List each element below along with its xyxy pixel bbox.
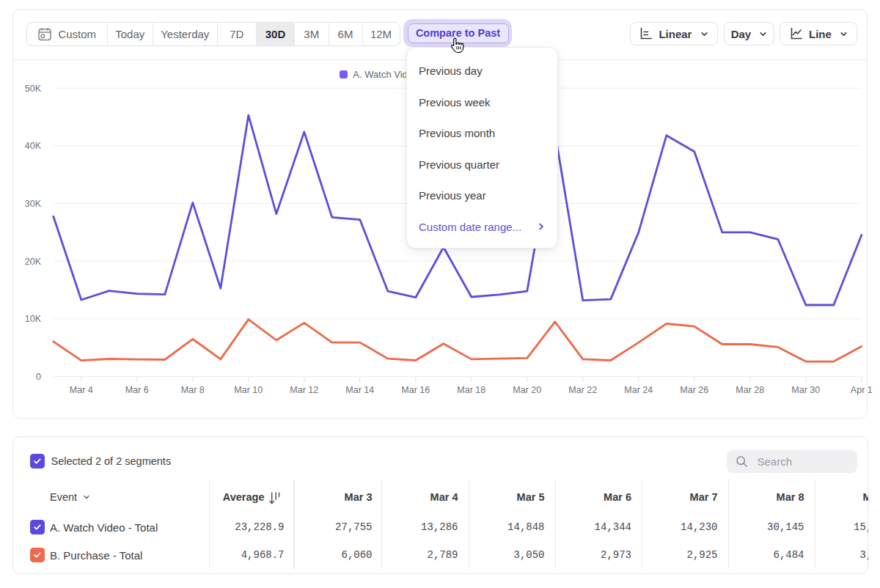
svg-text:Mar 8: Mar 8	[181, 385, 205, 395]
svg-text:Mar 12: Mar 12	[290, 385, 318, 395]
svg-text:Mar 10: Mar 10	[234, 385, 263, 395]
svg-text:10K: 10K	[25, 314, 42, 324]
svg-text:Mar 30: Mar 30	[791, 385, 820, 395]
svg-text:20K: 20K	[25, 257, 42, 267]
svg-text:Mar 6: Mar 6	[125, 385, 149, 395]
svg-text:Mar 24: Mar 24	[624, 385, 653, 395]
svg-text:Mar 26: Mar 26	[680, 385, 708, 395]
svg-text:Mar 22: Mar 22	[568, 385, 597, 395]
svg-text:Mar 28: Mar 28	[736, 385, 764, 395]
svg-text:Mar 18: Mar 18	[457, 385, 485, 395]
svg-text:50K: 50K	[25, 84, 42, 94]
svg-text:Mar 4: Mar 4	[70, 385, 93, 395]
svg-text:Mar 16: Mar 16	[401, 385, 430, 395]
svg-text:Apr 1: Apr 1	[851, 385, 873, 395]
svg-text:40K: 40K	[25, 141, 42, 151]
svg-text:Mar 14: Mar 14	[345, 385, 374, 395]
svg-text:30K: 30K	[25, 199, 42, 209]
svg-text:Mar 20: Mar 20	[513, 385, 541, 395]
svg-text:0: 0	[36, 372, 41, 382]
